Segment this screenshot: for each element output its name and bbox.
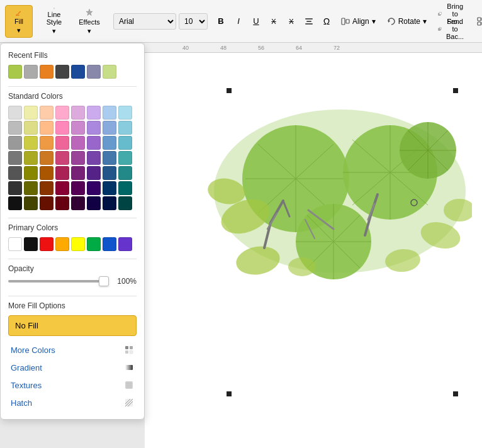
standard-color-swatch[interactable]	[24, 196, 38, 210]
fill-button[interactable]: Fill ▾	[5, 5, 33, 38]
standard-color-swatch[interactable]	[40, 136, 53, 150]
standard-color-swatch[interactable]	[40, 181, 53, 195]
primary-color-swatch[interactable]	[24, 237, 38, 251]
center-button[interactable]	[301, 13, 317, 30]
standard-color-swatch[interactable]	[40, 166, 53, 180]
standard-color-swatch[interactable]	[24, 121, 38, 135]
divider-primary	[8, 259, 137, 259]
standard-color-swatch[interactable]	[55, 121, 69, 135]
standard-color-swatch[interactable]	[24, 181, 38, 195]
standard-color-swatch[interactable]	[103, 106, 116, 120]
standard-color-swatch[interactable]	[55, 196, 69, 210]
standard-color-swatch[interactable]	[71, 196, 85, 210]
recent-fill-swatch[interactable]	[103, 65, 116, 79]
recent-fill-swatch[interactable]	[40, 65, 53, 79]
primary-color-swatch[interactable]	[118, 237, 132, 251]
standard-color-swatch[interactable]	[118, 196, 132, 210]
strikethrough2-button[interactable]: X	[283, 13, 300, 30]
standard-color-swatch[interactable]	[118, 181, 132, 195]
line-style-button[interactable]: Line Style ▾	[40, 5, 68, 38]
center-icon	[305, 17, 313, 26]
standard-color-swatch[interactable]	[40, 106, 53, 120]
standard-color-swatch[interactable]	[87, 166, 101, 180]
primary-color-swatch[interactable]	[71, 237, 85, 251]
standard-color-swatch[interactable]	[118, 151, 132, 165]
standard-color-swatch[interactable]	[24, 151, 38, 165]
standard-color-swatch[interactable]	[118, 166, 132, 180]
more-colors-row[interactable]: More Colors	[8, 341, 137, 359]
recent-fill-swatch[interactable]	[8, 65, 22, 79]
standard-color-swatch[interactable]	[87, 196, 101, 210]
strikethrough-button[interactable]: X	[266, 13, 282, 30]
no-fill-button[interactable]: No Fill	[8, 315, 137, 336]
primary-color-swatch[interactable]	[87, 237, 101, 251]
rotate-button[interactable]: Rotate ▾	[383, 13, 430, 30]
standard-color-swatch[interactable]	[55, 106, 69, 120]
svg-rect-4	[305, 23, 313, 25]
primary-color-swatch[interactable]	[40, 237, 53, 251]
standard-color-swatch[interactable]	[87, 121, 101, 135]
opacity-slider[interactable]	[8, 280, 109, 283]
primary-color-swatch[interactable]	[55, 237, 69, 251]
standard-color-swatch[interactable]	[55, 151, 69, 165]
standard-color-swatch[interactable]	[118, 136, 132, 150]
standard-color-swatch[interactable]	[103, 196, 116, 210]
standard-color-swatch[interactable]	[87, 181, 101, 195]
standard-color-swatch[interactable]	[8, 166, 22, 180]
recent-fill-swatch[interactable]	[24, 65, 38, 79]
hatch-row[interactable]: Hatch	[8, 394, 137, 412]
standard-color-swatch[interactable]	[24, 166, 38, 180]
standard-color-swatch[interactable]	[8, 181, 22, 195]
group-button[interactable]: Group ▾	[473, 13, 482, 30]
effects-button[interactable]: Effects ▾	[76, 5, 103, 38]
standard-color-swatch[interactable]	[8, 151, 22, 165]
standard-color-swatch[interactable]	[55, 136, 69, 150]
standard-color-swatch[interactable]	[71, 166, 85, 180]
primary-color-swatch[interactable]	[103, 237, 116, 251]
standard-color-swatch[interactable]	[71, 181, 85, 195]
standard-color-swatch[interactable]	[40, 121, 53, 135]
handle-tl	[227, 88, 232, 93]
font-size-select[interactable]: 10	[179, 13, 208, 30]
standard-color-swatch[interactable]	[40, 151, 53, 165]
font-select[interactable]: Arial	[113, 13, 176, 30]
standard-color-swatch[interactable]	[40, 196, 53, 210]
italic-button[interactable]: I	[230, 13, 247, 30]
standard-color-swatch[interactable]	[55, 166, 69, 180]
align-button[interactable]: Align ▾	[337, 13, 379, 30]
textures-row[interactable]: Textures	[8, 376, 137, 394]
underline-button[interactable]: U	[248, 13, 264, 30]
standard-color-swatch[interactable]	[103, 181, 116, 195]
standard-color-swatch[interactable]	[55, 181, 69, 195]
standard-color-swatch[interactable]	[118, 106, 132, 120]
standard-color-swatch[interactable]	[8, 106, 22, 120]
gradient-row[interactable]: Gradient	[8, 359, 137, 376]
standard-color-swatch[interactable]	[87, 136, 101, 150]
standard-color-swatch[interactable]	[8, 136, 22, 150]
standard-color-swatch[interactable]	[24, 106, 38, 120]
special-char-button[interactable]: Ω	[318, 13, 335, 30]
standard-color-swatch[interactable]	[103, 136, 116, 150]
recent-fill-swatch[interactable]	[71, 65, 85, 79]
standard-color-swatch[interactable]	[24, 136, 38, 150]
bold-button[interactable]: B	[213, 13, 229, 30]
document-canvas[interactable]	[145, 53, 482, 448]
standard-color-swatch[interactable]	[103, 121, 116, 135]
recent-fill-swatch[interactable]	[87, 65, 101, 79]
primary-color-swatch[interactable]	[8, 237, 22, 251]
standard-color-swatch[interactable]	[71, 121, 85, 135]
standard-color-swatch[interactable]	[8, 196, 22, 210]
standard-color-swatch[interactable]	[71, 106, 85, 120]
effects-icon	[82, 8, 96, 17]
standard-color-swatch[interactable]	[8, 121, 22, 135]
recent-fill-swatch[interactable]	[55, 65, 69, 79]
standard-color-swatch[interactable]	[103, 166, 116, 180]
standard-color-swatch[interactable]	[71, 136, 85, 150]
standard-color-swatch[interactable]	[118, 121, 132, 135]
standard-color-swatch[interactable]	[103, 151, 116, 165]
send-to-back-button[interactable]: Send to Bac...	[434, 22, 469, 36]
standard-color-swatch[interactable]	[71, 151, 85, 165]
divider-standard	[8, 218, 137, 218]
standard-color-swatch[interactable]	[87, 151, 101, 165]
standard-color-swatch[interactable]	[87, 106, 101, 120]
